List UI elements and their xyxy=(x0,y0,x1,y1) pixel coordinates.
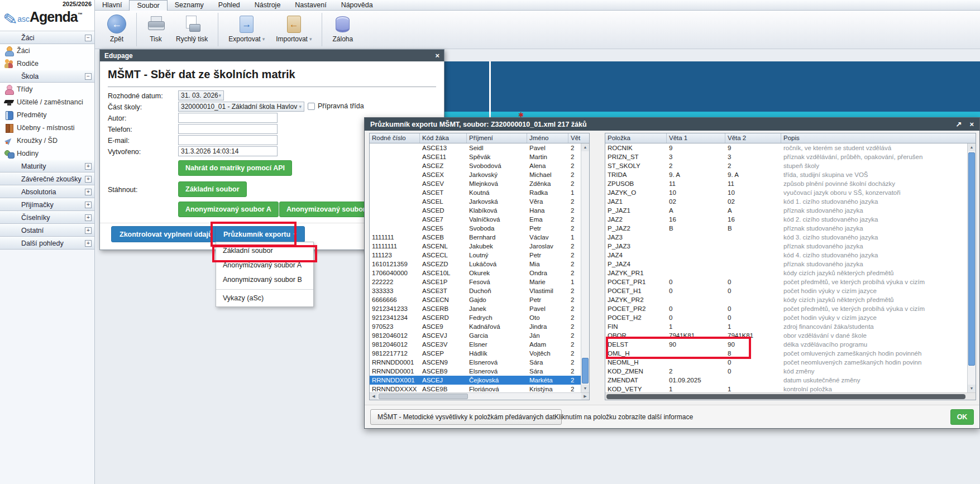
sidebar-item[interactable]: Kroužky / ŠD xyxy=(0,134,94,147)
item-row[interactable]: POCET_PR1 0 0 počet předmětů, ve kterých… xyxy=(605,277,967,286)
item-row[interactable]: ROCNIK 9 9 ročník, ve kterém se student … xyxy=(605,143,967,152)
sidebar-item[interactable]: Přijímačky + xyxy=(0,198,94,211)
sidebar-item[interactable]: Žáci xyxy=(0,44,94,57)
column-header[interactable]: Kód žáka xyxy=(420,133,467,143)
menu-tab[interactable]: Nástroje xyxy=(247,0,288,11)
item-row[interactable]: P_JAZ3 příznak studovaného jazyka xyxy=(605,242,967,251)
scroll-up-icon[interactable]: ▲ xyxy=(968,143,976,151)
scroll-down-icon[interactable]: ▼ xyxy=(968,385,976,392)
back-button[interactable]: ← Zpět xyxy=(102,11,132,49)
sidebar-item[interactable]: Absolutoria + xyxy=(0,185,94,198)
student-row[interactable]: ASCED Klabíková Hana 2 xyxy=(370,206,581,215)
student-row[interactable]: ASCE13 Seidl Pavel 2 xyxy=(370,143,581,152)
phone-input[interactable] xyxy=(178,124,278,134)
student-row[interactable]: ASCET Koutná Radka 1 xyxy=(370,188,581,197)
student-row[interactable]: 9212341233 ASCERB Janek Pavel 2 xyxy=(370,304,581,313)
author-input[interactable] xyxy=(178,113,278,123)
date-select[interactable]: 31. 03. 2026 ▾ xyxy=(178,90,224,100)
student-row[interactable]: ASCEZ Svobodová Alena 2 xyxy=(370,161,581,170)
student-row[interactable]: 9812046012 ASCE3V Elsner Adam 2 xyxy=(370,340,581,349)
sidebar-item[interactable]: Hodiny xyxy=(0,147,94,160)
student-row[interactable]: ASCE5 Svoboda Petr 2 xyxy=(370,224,581,233)
quick-print-button[interactable]: Rychlý tisk xyxy=(170,11,213,49)
scroll-up-icon[interactable]: ▲ xyxy=(581,143,589,151)
column-header[interactable]: Věta 1 xyxy=(667,133,725,143)
scrollbar-thumb[interactable] xyxy=(379,394,468,399)
column-header[interactable]: Vět xyxy=(568,133,582,143)
expander-icon[interactable]: + xyxy=(85,202,92,208)
basic-file-button[interactable]: Základní soubor xyxy=(178,181,247,197)
sidebar-item[interactable]: Další pohledy + xyxy=(0,237,94,250)
horizontal-scrollbar[interactable]: ◀ ▶ xyxy=(370,392,589,400)
student-row[interactable]: RRNNDDX001 ASCEJ Čejkovská Markéta 2 xyxy=(370,376,581,385)
vertical-scrollbar[interactable]: ▲ ▼ xyxy=(967,143,976,392)
sidebar-item[interactable]: Číselníky + xyxy=(0,211,94,224)
student-row[interactable]: ASCEX Jarkovský Michael 2 xyxy=(370,170,581,179)
item-row[interactable]: POCET_H1 0 0 počet hodin výuky v cizím j… xyxy=(605,286,967,295)
item-row[interactable]: TRIDA 9. A 9. A třída, studijní skupina … xyxy=(605,170,967,179)
checkbox-icon[interactable] xyxy=(308,103,315,110)
student-row[interactable]: 11111111 ASCENL Jakubek Jaroslav 2 xyxy=(370,242,581,251)
item-row[interactable]: JAZYK_PR1 kódy cizích jazyků některých p… xyxy=(605,269,967,277)
created-input[interactable]: 31.3.2026 14:03:14 xyxy=(178,146,278,156)
student-row[interactable]: 970523 ASCE9 Kadnářová Jindra 2 xyxy=(370,322,581,331)
item-row[interactable]: OML_H 8 počet omluvených zameškaných hod… xyxy=(605,349,967,358)
student-row[interactable]: ASCEV Mlejnková Zděnka 2 xyxy=(370,179,581,188)
scroll-right-icon[interactable]: ▶ xyxy=(581,393,589,400)
dropdown-menu-item[interactable]: Základní soubor xyxy=(216,243,313,258)
item-row[interactable]: OBOR 7941K81 7941K81 obor vzdělávání v d… xyxy=(605,331,967,340)
dropdown-menu-item[interactable]: Vykazy (aSc) xyxy=(216,289,313,305)
item-row[interactable]: DELST 90 90 délka vzdělávacího programu xyxy=(605,340,967,349)
item-row[interactable]: NEOML_H 0 počet neomluvených zameškaných… xyxy=(605,358,967,367)
scroll-left-icon[interactable]: ◀ xyxy=(370,393,377,400)
item-row[interactable]: P_JAZ2 B B příznak studovaného jazyka xyxy=(605,224,967,233)
expander-icon[interactable]: + xyxy=(85,176,92,183)
student-row[interactable]: 9212341234 ASCERD Fedrych Oto 2 xyxy=(370,313,581,322)
sidebar-item[interactable]: Předměty xyxy=(0,108,94,121)
anonymized-file-a-button[interactable]: Anonymizovaný soubor A xyxy=(178,202,279,217)
scrollbar-thumb[interactable] xyxy=(606,394,965,399)
item-row[interactable]: JAZ4 kód 4. cizího studovaného jazyka xyxy=(605,251,967,260)
item-row[interactable]: KOD_ZMEN 2 0 kód změny xyxy=(605,367,967,376)
menu-tab[interactable]: Soubor xyxy=(129,0,167,11)
horizontal-scrollbar[interactable] xyxy=(605,392,976,400)
ok-button[interactable]: OK xyxy=(950,409,974,425)
close-icon[interactable]: × xyxy=(969,120,974,128)
item-row[interactable]: PRIZN_ST 3 3 příznak vzdělávání, průběh,… xyxy=(605,152,967,161)
student-row[interactable]: 1111111 ASCEB Bernhard Václav 1 xyxy=(370,233,581,242)
sidebar-item[interactable]: Maturity + xyxy=(0,160,94,172)
sidebar-item[interactable]: Žáci − xyxy=(0,31,94,44)
student-row[interactable]: 333333 ASCE3T Duchoň Vlastimil 2 xyxy=(370,286,581,295)
email-input[interactable] xyxy=(178,135,278,145)
check-data-button[interactable]: Zkontrolovat vyplnení údajů xyxy=(111,226,221,242)
item-row[interactable]: P_JAZ1 A A příznak studovaného jazyka xyxy=(605,206,967,215)
item-row[interactable]: POCET_PR2 0 0 počet předmětů, ve kterých… xyxy=(605,304,967,313)
student-row[interactable]: 1610121359 ASCEZD Lukáčová Mia 2 xyxy=(370,260,581,269)
item-row[interactable]: FIN 1 1 zdroj financování žáka/studenta xyxy=(605,322,967,331)
dropdown-menu-item[interactable]: Anonymizovaný soubor B xyxy=(216,272,313,287)
vertical-scrollbar[interactable]: ▲ ▼ xyxy=(581,143,589,392)
item-row[interactable]: POCET_H2 0 0 počet hodin výuky v cizím j… xyxy=(605,313,967,322)
scrollbar-thumb[interactable] xyxy=(968,152,975,366)
item-row[interactable]: JAZYK_O 10 10 vyučovací jazyk oboru v SŠ… xyxy=(605,188,967,197)
item-row[interactable]: ZMENDAT 01.09.2025 datum uskutečněné změ… xyxy=(605,376,967,385)
student-row[interactable]: 9812217712 ASCEP Hádlík Vojtěch 2 xyxy=(370,349,581,358)
sidebar-item[interactable]: Učebny - místnosti xyxy=(0,121,94,134)
expander-icon[interactable]: + xyxy=(85,189,92,195)
dialog-titlebar[interactable]: Edupage × xyxy=(100,50,444,61)
sidebar-item[interactable]: Učitelé / zaměstnanci xyxy=(0,95,94,108)
item-row[interactable]: JAZ1 02 02 kód 1. cizího studovaného jaz… xyxy=(605,197,967,206)
scrollbar-thumb[interactable] xyxy=(582,358,589,384)
student-row[interactable]: ASCE11 Spěvák Martin 2 xyxy=(370,152,581,161)
close-icon[interactable]: × xyxy=(435,51,439,60)
student-row[interactable]: 222222 ASCE1P Fesová Marie 1 xyxy=(370,277,581,286)
print-button[interactable]: Tisk xyxy=(141,11,170,49)
preparatory-class-checkbox[interactable]: Přípravná třída xyxy=(308,102,364,110)
school-part-select[interactable]: 320000010_01 - Základní škola Havlov p.o… xyxy=(178,102,304,112)
sidebar-item[interactable]: Závěrečné zkoušky + xyxy=(0,172,94,185)
import-button[interactable]: ← Importovat▾ xyxy=(270,11,317,49)
menu-tab[interactable]: Hlavní xyxy=(95,0,129,11)
expander-icon[interactable]: − xyxy=(85,73,92,80)
student-row[interactable]: 6666666 ASCECN Gajdo Petr 2 xyxy=(370,295,581,304)
maximize-icon[interactable]: ↗ xyxy=(956,120,962,128)
